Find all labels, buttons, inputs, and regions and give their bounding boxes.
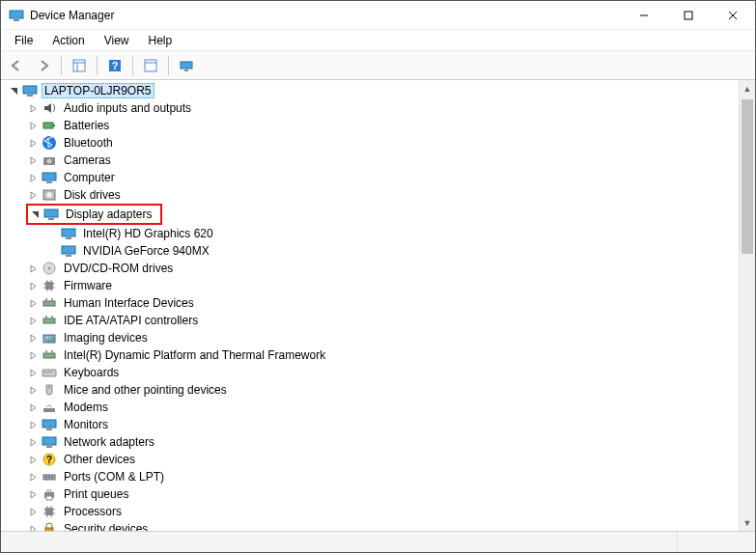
category-node[interactable]: Display adapters — [28, 206, 154, 223]
svg-rect-51 — [43, 353, 55, 358]
category-node[interactable]: Batteries — [26, 117, 755, 134]
category-node[interactable]: Intel(R) Dynamic Platform and Thermal Fr… — [26, 346, 755, 364]
print-queues-icon — [42, 486, 57, 502]
category-node[interactable]: Mice and other pointing devices — [26, 381, 755, 399]
expand-icon[interactable] — [26, 119, 40, 132]
category-node[interactable]: Human Interface Devices — [26, 294, 755, 312]
expand-icon[interactable] — [26, 101, 40, 115]
category-node[interactable]: IDE ATA/ATAPI controllers — [26, 312, 755, 329]
node-label: NVIDIA GeForce 940MX — [80, 243, 212, 259]
category-node[interactable]: ?Other devices — [26, 451, 755, 468]
mice-and-other-pointing-devices-icon — [42, 382, 57, 398]
svg-rect-23 — [46, 181, 52, 183]
help-button[interactable]: ? — [103, 54, 126, 77]
maximize-button[interactable] — [666, 1, 711, 30]
category-node[interactable]: Bluetooth — [26, 134, 755, 152]
category-node[interactable]: Ports (COM & LPT) — [26, 468, 755, 485]
expand-icon[interactable] — [26, 171, 40, 184]
node-label: Batteries — [61, 118, 112, 133]
node-label: Human Interface Devices — [61, 295, 197, 311]
show-hide-console-tree-button[interactable] — [68, 54, 91, 77]
category-node[interactable]: Disk drives — [26, 186, 755, 204]
properties-button[interactable] — [139, 54, 162, 77]
expand-icon[interactable] — [26, 383, 40, 397]
expand-icon[interactable] — [26, 435, 40, 449]
minimize-button[interactable] — [622, 1, 666, 30]
scan-hardware-button[interactable] — [175, 54, 198, 77]
tree-root-node[interactable]: LAPTOP-0LJR9OR5 — [7, 82, 755, 99]
category-node[interactable]: Firmware — [26, 277, 755, 294]
svg-point-50 — [46, 337, 48, 339]
back-button[interactable] — [5, 54, 28, 77]
node-label: Intel(R) HD Graphics 620 — [80, 226, 216, 241]
node-label: Ports (COM & LPT) — [61, 469, 167, 484]
menubar: File Action View Help — [1, 30, 755, 51]
expand-icon[interactable] — [26, 470, 40, 484]
svg-rect-27 — [48, 218, 54, 220]
expand-icon[interactable] — [26, 505, 40, 518]
menu-view[interactable]: View — [97, 32, 137, 49]
vertical-scrollbar[interactable]: ▲ ▼ — [739, 80, 755, 531]
svg-text:?: ? — [112, 60, 119, 71]
svg-point-33 — [48, 267, 51, 270]
device-node[interactable]: Intel(R) HD Graphics 620 — [45, 225, 755, 242]
category-node[interactable]: Keyboards — [26, 364, 755, 381]
category-node[interactable]: Security devices — [26, 520, 755, 531]
expand-icon[interactable] — [26, 262, 40, 275]
category-node[interactable]: Computer — [26, 169, 755, 186]
keyboards-icon — [42, 365, 57, 380]
batteries-icon — [42, 118, 57, 133]
expand-icon[interactable] — [26, 188, 40, 202]
svg-point-68 — [48, 477, 50, 479]
expand-icon[interactable] — [26, 453, 40, 466]
expand-icon[interactable] — [26, 348, 40, 362]
category-node[interactable]: Imaging devices — [26, 329, 755, 346]
menu-file[interactable]: File — [7, 32, 41, 49]
collapse-icon[interactable] — [7, 84, 20, 97]
category-node[interactable]: Monitors — [26, 416, 755, 433]
expand-icon[interactable] — [26, 487, 40, 501]
svg-rect-14 — [184, 69, 188, 71]
expand-icon[interactable] — [26, 366, 40, 379]
other-devices-icon: ? — [42, 452, 57, 467]
node-label: IDE ATA/ATAPI controllers — [61, 313, 201, 328]
svg-point-21 — [47, 159, 52, 164]
expand-icon[interactable] — [26, 418, 40, 431]
processors-icon — [42, 504, 57, 519]
scroll-up-button[interactable]: ▲ — [740, 80, 755, 97]
category-node[interactable]: Modems — [26, 399, 755, 416]
svg-rect-13 — [181, 62, 192, 69]
device-node[interactable]: NVIDIA GeForce 940MX — [45, 242, 755, 260]
scroll-down-button[interactable]: ▼ — [740, 514, 755, 531]
node-label: Bluetooth — [61, 135, 116, 151]
category-node[interactable]: DVD/CD-ROM drives — [26, 260, 755, 277]
category-node[interactable]: Print queues — [26, 485, 755, 503]
network-adapters-icon — [42, 434, 57, 450]
expand-icon[interactable] — [26, 153, 40, 167]
close-button[interactable] — [711, 1, 755, 30]
expand-icon[interactable] — [26, 296, 40, 310]
svg-point-67 — [45, 477, 47, 479]
svg-rect-0 — [10, 11, 23, 18]
category-node[interactable]: Audio inputs and outputs — [26, 99, 755, 117]
expand-icon[interactable] — [26, 279, 40, 292]
display-adapter-icon — [61, 243, 76, 259]
category-node[interactable]: Network adapters — [26, 433, 755, 451]
collapse-icon[interactable] — [28, 207, 42, 221]
expand-icon[interactable] — [26, 331, 40, 345]
expand-icon[interactable] — [26, 314, 40, 327]
category-node[interactable]: Cameras — [26, 152, 755, 169]
expand-icon[interactable] — [26, 401, 40, 414]
menu-action[interactable]: Action — [44, 32, 92, 49]
svg-rect-72 — [46, 496, 52, 500]
node-label: Other devices — [61, 452, 138, 467]
menu-help[interactable]: Help — [141, 32, 181, 49]
svg-rect-54 — [42, 370, 56, 376]
svg-rect-44 — [45, 298, 47, 301]
forward-button[interactable] — [32, 54, 55, 77]
scrollbar-thumb[interactable] — [742, 99, 753, 254]
expand-icon[interactable] — [26, 522, 40, 531]
expand-icon[interactable] — [26, 136, 40, 150]
device-tree-pane[interactable]: LAPTOP-0LJR9OR5Audio inputs and outputsB… — [1, 80, 755, 531]
category-node[interactable]: Processors — [26, 503, 755, 520]
